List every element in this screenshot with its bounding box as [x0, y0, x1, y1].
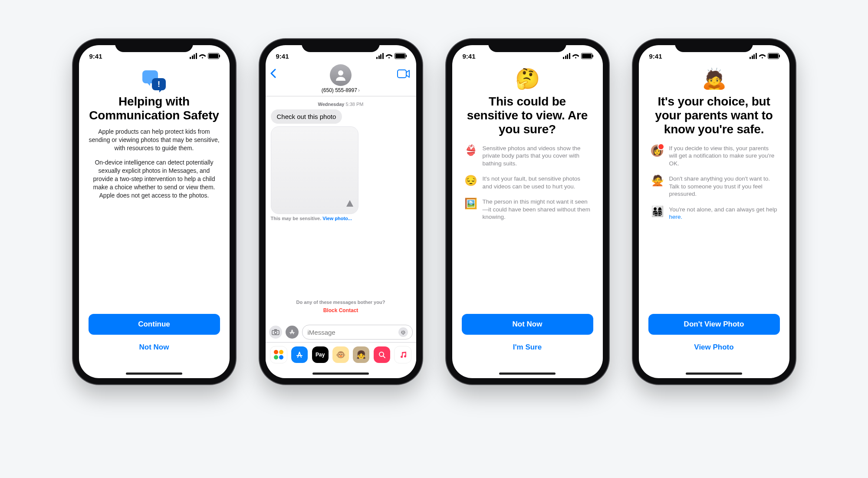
info-row: 👩 If you decide to view this, your paren…	[651, 145, 777, 168]
message-text-field[interactable]	[307, 328, 398, 336]
help-link[interactable]: here.	[669, 214, 683, 220]
no-emoji-icon: 🙅	[651, 175, 663, 186]
wifi-icon	[759, 53, 766, 59]
dictate-button[interactable]	[398, 327, 408, 337]
wifi-icon	[199, 53, 206, 59]
parent-avatar-icon: 👩	[651, 145, 663, 157]
wifi-icon	[572, 53, 579, 59]
app-store-button[interactable]	[286, 326, 299, 339]
contact-name[interactable]: (650) 555-8997 ›	[322, 87, 360, 93]
status-time: 9:41	[276, 53, 289, 60]
status-bar: 9:41	[266, 45, 416, 64]
sad-emoji-icon: 😔	[464, 175, 477, 186]
frame-emoji-icon: 🖼️	[464, 198, 477, 209]
messages-header: (650) 555-8997 ›	[266, 64, 416, 96]
facetime-button[interactable]	[397, 69, 410, 80]
signal-icon	[376, 53, 384, 59]
drawer-memoji-icon[interactable]: 🐵	[332, 346, 349, 363]
drawer-photos-icon[interactable]	[270, 346, 287, 363]
phone-messages-app: 9:41 (65	[260, 39, 422, 384]
intro-paragraph-2: On-device intelligence can detect potent…	[89, 158, 220, 199]
info-row: 🖼️ The person in this might not want it …	[464, 198, 591, 221]
svg-rect-1	[398, 70, 406, 78]
status-bar: 9:41	[79, 45, 230, 64]
page-title: Helping with Communication Safety	[89, 95, 220, 122]
home-indicator[interactable]	[499, 373, 556, 375]
signal-icon	[563, 53, 570, 59]
view-photo-link[interactable]: View photo...	[322, 216, 352, 221]
info-row: 👨‍👩‍👧‍👦 You're not alone, and can always…	[651, 206, 777, 221]
signal-icon	[190, 53, 197, 59]
battery-icon	[581, 53, 592, 59]
not-now-link[interactable]: Not Now	[137, 343, 172, 352]
sensitive-photo-placeholder[interactable]	[271, 126, 358, 214]
drawer-applepay-icon[interactable]: Pay	[312, 346, 329, 363]
received-bubble[interactable]: Check out this photo	[271, 109, 342, 124]
wifi-icon	[385, 53, 393, 59]
contact-avatar-icon[interactable]	[330, 64, 352, 86]
view-photo-link[interactable]: View Photo	[691, 343, 736, 352]
battery-icon	[768, 53, 779, 59]
home-indicator[interactable]	[126, 373, 182, 375]
status-time: 9:41	[89, 53, 102, 60]
warning-icon	[346, 200, 354, 209]
home-indicator[interactable]	[312, 373, 369, 375]
phone-communication-safety: 9:41 ! Helping with Communication Safety…	[73, 39, 236, 384]
signal-icon	[750, 53, 757, 59]
page-title: This could be sensitive to view. Are you…	[462, 95, 593, 137]
camera-button[interactable]	[269, 326, 282, 339]
status-bar: 9:41	[452, 45, 603, 64]
info-row: 😔 It's not your fault, but sensitive pho…	[464, 175, 591, 190]
compose-bar	[266, 322, 416, 340]
family-emoji-icon: 👨‍👩‍👧‍👦	[651, 206, 663, 217]
message-input[interactable]	[302, 325, 413, 340]
info-row: 👙 Sensitive photos and videos show the p…	[464, 145, 591, 168]
svg-point-3	[274, 331, 277, 334]
message-timestamp: Wednesday 5:38 PM	[271, 102, 411, 107]
svg-point-0	[338, 70, 343, 76]
intro-paragraph-1: Apple products can help protect kids fro…	[89, 128, 220, 152]
thinking-emoji-icon: 🤔	[515, 69, 540, 89]
chevron-right-icon: ›	[358, 87, 360, 93]
home-indicator[interactable]	[686, 373, 742, 375]
swimsuit-icon: 👙	[464, 145, 477, 156]
battery-icon	[395, 53, 406, 59]
bother-prompt: Do any of these messages bother you?	[271, 300, 411, 305]
drawer-music-icon[interactable]	[394, 346, 411, 363]
drawer-search-icon[interactable]	[374, 346, 390, 363]
bow-emoji-icon: 🙇	[702, 69, 727, 89]
status-time: 9:41	[649, 53, 662, 60]
block-contact-link[interactable]: Block Contact	[271, 307, 411, 313]
drawer-appstore-icon[interactable]	[291, 346, 308, 363]
status-bar: 9:41	[639, 45, 789, 64]
battery-icon	[208, 53, 219, 59]
phone-sensitive-prompt: 9:41 🤔 This could be sensitive to view. …	[446, 39, 609, 384]
back-button[interactable]	[270, 68, 276, 81]
im-sure-link[interactable]: I'm Sure	[510, 343, 544, 352]
sensitive-caption: This may be sensitive. View photo...	[271, 216, 411, 221]
continue-button[interactable]: Continue	[89, 314, 220, 335]
not-now-button[interactable]: Not Now	[462, 314, 593, 335]
chat-alert-icon: !	[142, 70, 166, 90]
drawer-memoji2-icon[interactable]: 👧	[353, 346, 369, 363]
dont-view-button[interactable]: Don't View Photo	[648, 314, 780, 335]
status-time: 9:41	[463, 53, 476, 60]
phone-parent-notify-prompt: 9:41 🙇 It's your choice, but your parent…	[633, 39, 796, 384]
info-row: 🙅 Don't share anything you don't want to…	[651, 175, 777, 198]
page-title: It's your choice, but your parents want …	[648, 95, 780, 137]
